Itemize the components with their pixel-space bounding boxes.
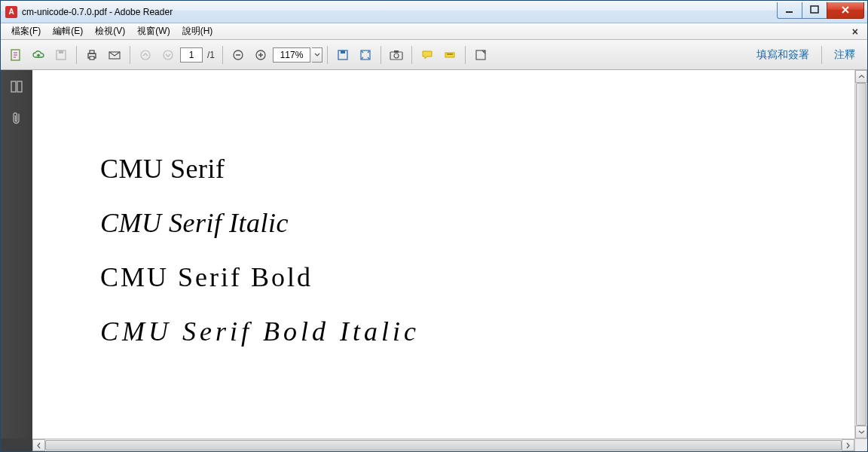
separator [821, 46, 822, 64]
scroll-up-icon[interactable] [855, 70, 867, 83]
document-page[interactable]: CMU Serif CMU Serif Italic CMU Serif Bol… [32, 70, 854, 438]
highlight-icon[interactable] [439, 44, 460, 66]
svg-rect-14 [341, 50, 345, 53]
zoom-input[interactable] [273, 47, 310, 63]
window-title: cm-unicode-0.7.0.pdf - Adobe Reader [22, 7, 778, 17]
titlebar: A cm-unicode-0.7.0.pdf - Adobe Reader [1, 1, 867, 23]
horizontal-scrollbar[interactable] [32, 438, 854, 451]
zoom-out-icon[interactable] [228, 44, 249, 66]
separator [411, 46, 412, 64]
minimize-button[interactable] [777, 2, 802, 19]
vertical-scrollbar[interactable] [854, 70, 867, 438]
menu-help[interactable]: 說明(H) [176, 23, 219, 39]
svg-rect-21 [11, 81, 16, 92]
scroll-track[interactable] [855, 83, 867, 426]
scroll-thumb[interactable] [856, 83, 866, 426]
page-total: /1 [207, 50, 215, 60]
close-button[interactable] [827, 2, 864, 19]
menu-view[interactable]: 檢視(V) [89, 23, 131, 39]
zoom-dropdown[interactable] [312, 47, 322, 63]
svg-rect-19 [445, 53, 454, 57]
separator [381, 46, 381, 64]
print-icon[interactable] [81, 44, 102, 66]
document-close-button[interactable]: × [848, 26, 863, 38]
separator [222, 46, 223, 64]
svg-rect-18 [394, 50, 399, 53]
export-pdf-icon[interactable] [5, 44, 26, 66]
save-copy-icon[interactable] [332, 44, 353, 66]
separator [327, 46, 328, 64]
menu-window[interactable]: 視窗(W) [131, 23, 176, 39]
scroll-corner [854, 438, 867, 451]
scroll-left-icon[interactable] [32, 439, 45, 451]
app-icon: A [5, 6, 17, 18]
zoom-in-icon[interactable] [250, 44, 271, 66]
maximize-button[interactable] [802, 2, 827, 19]
menu-edit[interactable]: 編輯(E) [47, 23, 89, 39]
snapshot-icon[interactable] [386, 44, 407, 66]
email-icon[interactable] [104, 44, 125, 66]
comment-link[interactable]: 注釋 [827, 45, 863, 65]
font-sample-serif-italic: CMU Serif Italic [100, 207, 854, 239]
page-down-icon [157, 44, 179, 66]
attachments-panel-icon[interactable] [6, 108, 27, 129]
menu-file[interactable]: 檔案(F) [5, 23, 47, 39]
scroll-thumb[interactable] [45, 440, 842, 450]
separator [465, 46, 466, 64]
scroll-down-icon[interactable] [855, 426, 867, 438]
app-window: A cm-unicode-0.7.0.pdf - Adobe Reader 檔案… [0, 0, 868, 452]
read-mode-icon[interactable] [470, 44, 491, 66]
page-up-icon [135, 44, 156, 66]
navigation-sidebar [1, 70, 32, 438]
scroll-track[interactable] [45, 439, 842, 451]
svg-point-17 [394, 53, 399, 58]
content-area: CMU Serif CMU Serif Italic CMU Serif Bol… [1, 70, 867, 438]
svg-rect-1 [811, 6, 818, 13]
svg-point-10 [164, 50, 173, 60]
font-sample-serif-bold: CMU Serif Bold [100, 261, 854, 293]
bottom-scroll-row [1, 438, 867, 451]
page-number-input[interactable] [180, 47, 203, 63]
save-icon [50, 44, 72, 66]
svg-rect-22 [17, 81, 22, 92]
window-buttons [778, 2, 867, 19]
comment-bubble-icon[interactable] [417, 44, 438, 66]
thumbnails-panel-icon[interactable] [6, 76, 27, 97]
svg-rect-6 [90, 50, 94, 53]
separator [130, 46, 130, 64]
cloud-upload-icon[interactable] [28, 44, 49, 66]
fit-page-icon[interactable] [355, 44, 376, 66]
svg-point-9 [141, 50, 150, 60]
font-sample-serif-bold-italic: CMU Serif Bold Italic [100, 316, 854, 347]
svg-rect-0 [786, 11, 793, 13]
svg-rect-4 [59, 50, 63, 53]
toolbar: /1 填寫和簽署 注釋 [1, 40, 867, 70]
menubar: 檔案(F) 編輯(E) 檢視(V) 視窗(W) 說明(H) × [1, 23, 867, 40]
fill-and-sign-link[interactable]: 填寫和簽署 [749, 45, 817, 65]
scroll-right-icon[interactable] [842, 439, 854, 451]
font-sample-serif: CMU Serif [100, 153, 854, 185]
separator [76, 46, 77, 64]
svg-rect-7 [90, 56, 94, 60]
